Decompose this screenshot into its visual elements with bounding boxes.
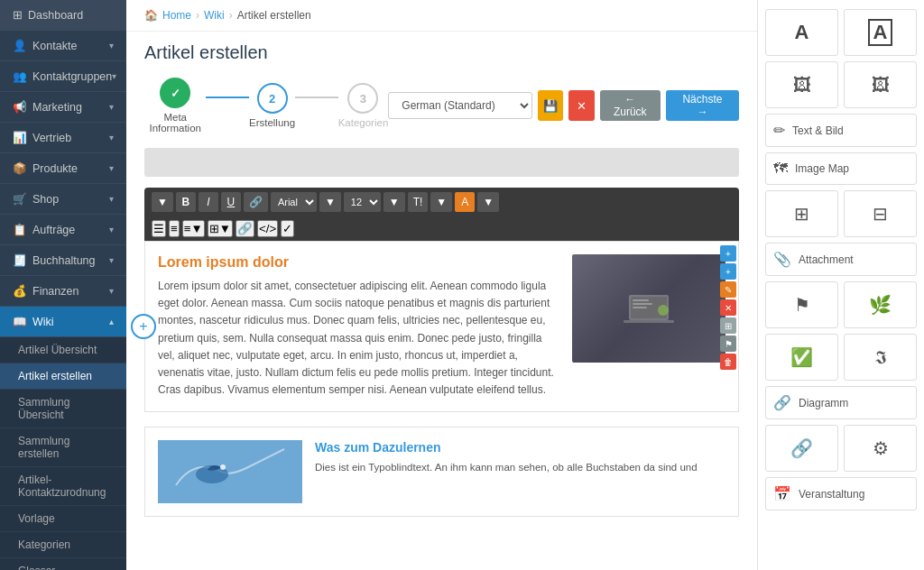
ctrl-remove[interactable]: 🗑 (720, 354, 736, 370)
panel-item-tree[interactable]: 🌿 (844, 281, 917, 328)
step3-wrapper: 3 Kategorien (338, 83, 389, 128)
delete-button[interactable]: ✕ (568, 90, 594, 121)
toolbar-bold[interactable]: B (176, 192, 196, 212)
panel-item-diagramm[interactable]: 🔗 Diagramm (765, 386, 917, 419)
panel-item-grid2[interactable]: ⊟ (844, 190, 917, 237)
sidebar-sub-artikel-erstellen[interactable]: Artikel erstellen (0, 363, 126, 390)
chevron-icon3: ▾ (109, 102, 114, 112)
sidebar-item-kontakte[interactable]: 👤 Kontakte ▾ (0, 31, 126, 61)
title-bar[interactable] (144, 148, 739, 177)
sidebar-label-wiki: Wiki (32, 316, 54, 328)
content2-text: Was zum Dazulernen Dies ist ein Typoblin… (315, 440, 725, 475)
breadcrumb-wiki[interactable]: Wiki (204, 9, 225, 22)
sidebar-item-auftraege[interactable]: 📋 Aufträge ▾ (0, 215, 126, 245)
ctrl-move[interactable]: ⊞ (720, 317, 736, 334)
text-style-btn[interactable]: T! (408, 192, 429, 212)
sidebar-sub-kategorien[interactable]: Kategorien (0, 532, 126, 558)
panel-item-image2[interactable]: 🖼 (844, 61, 917, 108)
toolbar-confirm[interactable]: ✓ (281, 220, 294, 237)
gear-icon: ⚙ (873, 437, 889, 459)
breadcrumb-home-icon: 🏠 (144, 9, 158, 22)
sidebar-item-marketing[interactable]: 📢 Marketing ▾ (0, 92, 126, 123)
highlight-btn[interactable]: A (455, 192, 475, 212)
font-size-select[interactable]: 12 (344, 192, 381, 212)
step1-circle: ✓ (160, 78, 190, 108)
panel-item-text-bild[interactable]: ✏ Text & Bild (765, 114, 917, 147)
kontakte-icon: 👤 (13, 39, 27, 52)
ctrl-del[interactable]: ✕ (720, 299, 736, 316)
attachment-icon: 📎 (773, 251, 791, 268)
panel-item-text-large[interactable]: A (765, 9, 838, 56)
panel-item-veranstaltung[interactable]: 📅 Veranstaltung (765, 477, 917, 510)
language-select[interactable]: German (Standard) (388, 92, 532, 119)
veranstaltung-label: Veranstaltung (799, 488, 864, 501)
check-icon: ✅ (790, 346, 813, 368)
toolbar-link1[interactable]: 🔗 (244, 192, 268, 212)
panel-item-image1[interactable]: 🖼 (765, 61, 838, 108)
ctrl-edit[interactable]: ✎ (720, 281, 736, 298)
sidebar-item-vertrieb[interactable]: 📊 Vertrieb ▾ (0, 123, 126, 153)
add-content-button[interactable]: + (131, 314, 156, 339)
panel-item-text-outline[interactable]: A (844, 9, 917, 56)
toolbar-underline[interactable]: U (221, 192, 241, 212)
sidebar-item-wiki[interactable]: 📖 Wiki ▴ (0, 307, 126, 337)
sidebar-label-kontakte: Kontakte (32, 40, 77, 52)
sidebar-sub-artikel-kontakt[interactable]: Artikel-Kontaktzurodnung (0, 467, 126, 506)
kontaktgruppen-icon: 👥 (13, 69, 27, 83)
sidebar-sub-vorlage[interactable]: Vorlage (0, 506, 126, 532)
image1-icon: 🖼 (793, 75, 811, 96)
next-button[interactable]: Nächste → (666, 90, 739, 121)
sidebar-item-dashboard[interactable]: ⊞ Dashboard (0, 0, 126, 31)
content-block-2: Was zum Dazulernen Dies ist ein Typoblin… (144, 427, 739, 517)
panel-item-cursor[interactable]: 𝕴 (844, 334, 917, 381)
toolbar-list2[interactable]: ≡ (169, 220, 180, 237)
content-title-1: Lorem ipsum dolor (158, 254, 559, 271)
save-button[interactable]: 💾 (538, 90, 563, 121)
toolbar-code[interactable]: </> (257, 220, 278, 237)
sidebar-item-kontaktgruppen[interactable]: 👥 Kontaktgruppen ▾ (0, 61, 126, 92)
panel-item-image-map[interactable]: 🗺 Image Map (765, 152, 917, 185)
toolbar-align[interactable]: ≡▼ (182, 220, 205, 237)
ctrl-add[interactable]: + (720, 263, 736, 280)
sidebar-sub-glossar[interactable]: Glossar (0, 558, 126, 570)
sidebar-sub-artikel-uebersicht[interactable]: Artikel Übersicht (0, 337, 126, 363)
toolbar-list1[interactable]: ☰ (152, 220, 166, 237)
sidebar-sub-sammlung-uebersicht[interactable]: Sammlung Übersicht (0, 390, 126, 428)
step1-label: Meta Information (144, 112, 206, 133)
chevron-icon5: ▾ (109, 163, 114, 173)
sidebar-item-finanzen[interactable]: 💰 Finanzen ▾ (0, 276, 126, 307)
font-size-dropdown[interactable]: ▼ (383, 192, 405, 212)
toolbar-table[interactable]: ⊞▼ (208, 220, 233, 237)
panel-item-grid1[interactable]: ⊞ (765, 190, 838, 237)
panel-item-gear[interactable]: ⚙ (844, 425, 917, 472)
panel-item-link[interactable]: 🔗 (765, 425, 838, 472)
ctrl-up[interactable]: + (720, 245, 736, 262)
sidebar-item-produkte[interactable]: 📦 Produkte ▾ (0, 153, 126, 184)
image-map-icon: 🗺 (773, 161, 788, 177)
panel-item-attachment[interactable]: 📎 Attachment (765, 243, 917, 276)
sidebar-item-shop[interactable]: 🛒 Shop ▾ (0, 184, 126, 215)
font-dropdown[interactable]: ▼ (319, 192, 341, 212)
sidebar-sub-sammlung-erstellen[interactable]: Sammlung erstellen (0, 428, 126, 467)
ctrl-flag[interactable]: ⚑ (720, 336, 736, 352)
panel-item-flag[interactable]: ⚑ (765, 281, 838, 328)
auftraege-icon: 📋 (13, 223, 27, 236)
step3: 3 Kategorien (338, 83, 389, 128)
font-family-select[interactable]: Arial (271, 192, 317, 212)
sidebar-item-buchhaltung[interactable]: 🧾 Buchhaltung ▾ (0, 245, 126, 276)
marketing-icon: 📢 (13, 100, 27, 114)
panel-item-check[interactable]: ✅ (765, 334, 838, 381)
text-style-dropdown[interactable]: ▼ (430, 192, 452, 212)
back-button[interactable]: ← Zurück (600, 90, 661, 121)
dashboard-icon: ⊞ (13, 8, 23, 22)
highlight-dropdown[interactable]: ▼ (477, 192, 499, 212)
produkte-icon: 📦 (13, 161, 27, 175)
panel-grid-row6: 🔗 ⚙ (765, 425, 917, 472)
text-large-icon: A (795, 21, 809, 44)
sidebar-label-marketing: Marketing (32, 101, 82, 114)
breadcrumb-home[interactable]: Home (162, 9, 191, 22)
toolbar-italic[interactable]: I (199, 192, 218, 212)
toolbar-dropdown1[interactable]: ▼ (152, 192, 173, 212)
editor-toolbar-row1: ▼ B I U 🔗 Arial ▼ 12 ▼ T! ▼ A ▼ (144, 188, 739, 216)
toolbar-link2[interactable]: 🔗 (236, 220, 254, 237)
